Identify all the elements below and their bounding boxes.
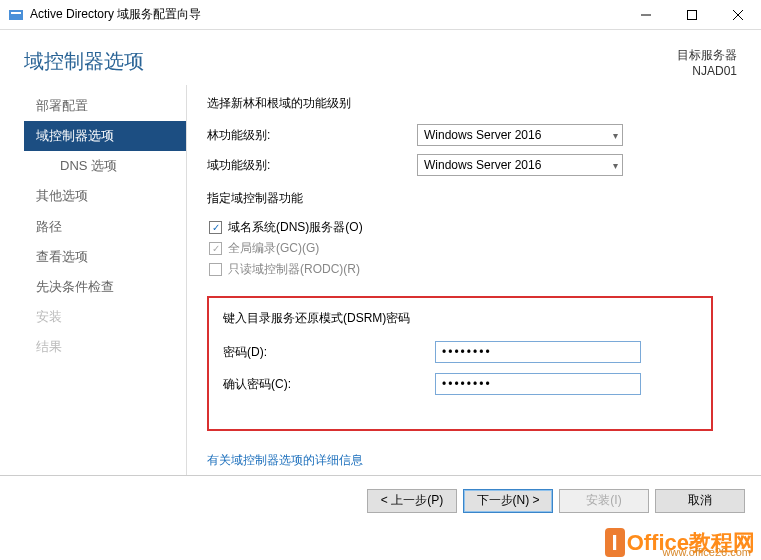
dns-checkbox[interactable]: ✓ <box>209 221 222 234</box>
functional-level-title: 选择新林和根域的功能级别 <box>207 95 743 112</box>
rodc-checkbox-label: 只读域控制器(RODC)(R) <box>228 261 360 278</box>
sidebar-item-install: 安装 <box>24 302 186 332</box>
sidebar-item-label: DNS 选项 <box>60 158 117 173</box>
sidebar-item-paths[interactable]: 路径 <box>24 212 186 242</box>
domain-level-value: Windows Server 2016 <box>424 158 541 172</box>
chevron-down-icon: ▾ <box>613 130 618 141</box>
dsrm-password-box: 键入目录服务还原模式(DSRM)密码 密码(D): 确认密码(C): <box>207 296 713 431</box>
page-header: 域控制器选项 目标服务器 NJAD01 <box>0 30 761 85</box>
app-icon <box>8 7 24 23</box>
target-server-label: 目标服务器 <box>677 48 737 64</box>
forest-level-value: Windows Server 2016 <box>424 128 541 142</box>
install-button: 安装(I) <box>559 489 649 513</box>
sidebar-item-prereq[interactable]: 先决条件检查 <box>24 272 186 302</box>
password-input[interactable] <box>435 341 641 363</box>
dc-capabilities-title: 指定域控制器功能 <box>207 190 743 207</box>
target-server-block: 目标服务器 NJAD01 <box>677 48 737 79</box>
wizard-sidebar: 部署配置 域控制器选项 DNS 选项 其他选项 路径 查看选项 先决条件检查 安… <box>24 85 186 475</box>
gc-checkbox: ✓ <box>209 242 222 255</box>
close-button[interactable] <box>715 0 761 29</box>
dns-checkbox-label: 域名系统(DNS)服务器(O) <box>228 219 363 236</box>
forest-level-label: 林功能级别: <box>207 127 417 144</box>
watermark-brand: IOffice教程网 <box>605 528 755 558</box>
sidebar-item-dns-options[interactable]: DNS 选项 <box>24 151 186 181</box>
window-title: Active Directory 域服务配置向导 <box>30 6 623 23</box>
sidebar-item-label: 结果 <box>36 339 62 354</box>
rodc-checkbox <box>209 263 222 276</box>
form-panel: 选择新林和根域的功能级别 林功能级别: Windows Server 2016 … <box>186 85 761 475</box>
confirm-password-input[interactable] <box>435 373 641 395</box>
window-controls <box>623 0 761 29</box>
window-titlebar: Active Directory 域服务配置向导 <box>0 0 761 30</box>
sidebar-item-deploy[interactable]: 部署配置 <box>24 91 186 121</box>
watermark-url: www.office26.com <box>663 546 751 558</box>
password-label: 密码(D): <box>223 344 435 361</box>
sidebar-item-dc-options[interactable]: 域控制器选项 <box>24 121 186 151</box>
sidebar-item-label: 域控制器选项 <box>36 128 114 143</box>
forest-level-select[interactable]: Windows Server 2016 ▾ <box>417 124 623 146</box>
sidebar-item-review[interactable]: 查看选项 <box>24 242 186 272</box>
more-info-link[interactable]: 有关域控制器选项的详细信息 <box>207 452 363 469</box>
sidebar-item-results: 结果 <box>24 332 186 362</box>
maximize-button[interactable] <box>669 0 715 29</box>
svg-rect-3 <box>688 10 697 19</box>
sidebar-item-label: 其他选项 <box>36 188 88 203</box>
page-title: 域控制器选项 <box>24 48 144 75</box>
domain-level-select[interactable]: Windows Server 2016 ▾ <box>417 154 623 176</box>
svg-rect-1 <box>11 12 21 14</box>
previous-button[interactable]: < 上一步(P) <box>367 489 457 513</box>
sidebar-item-label: 查看选项 <box>36 249 88 264</box>
wizard-footer: < 上一步(P) 下一步(N) > 安装(I) 取消 <box>0 475 761 525</box>
dsrm-title: 键入目录服务还原模式(DSRM)密码 <box>223 310 697 327</box>
gc-checkbox-label: 全局编录(GC)(G) <box>228 240 319 257</box>
sidebar-item-label: 安装 <box>36 309 62 324</box>
sidebar-item-label: 先决条件检查 <box>36 279 114 294</box>
chevron-down-icon: ▾ <box>613 160 618 171</box>
watermark-icon: I <box>605 528 625 557</box>
next-button[interactable]: 下一步(N) > <box>463 489 553 513</box>
confirm-password-label: 确认密码(C): <box>223 376 435 393</box>
sidebar-item-other[interactable]: 其他选项 <box>24 181 186 211</box>
domain-level-label: 域功能级别: <box>207 157 417 174</box>
target-server-name: NJAD01 <box>677 64 737 80</box>
cancel-button[interactable]: 取消 <box>655 489 745 513</box>
svg-rect-0 <box>9 10 23 20</box>
sidebar-item-label: 路径 <box>36 219 62 234</box>
minimize-button[interactable] <box>623 0 669 29</box>
sidebar-item-label: 部署配置 <box>36 98 88 113</box>
